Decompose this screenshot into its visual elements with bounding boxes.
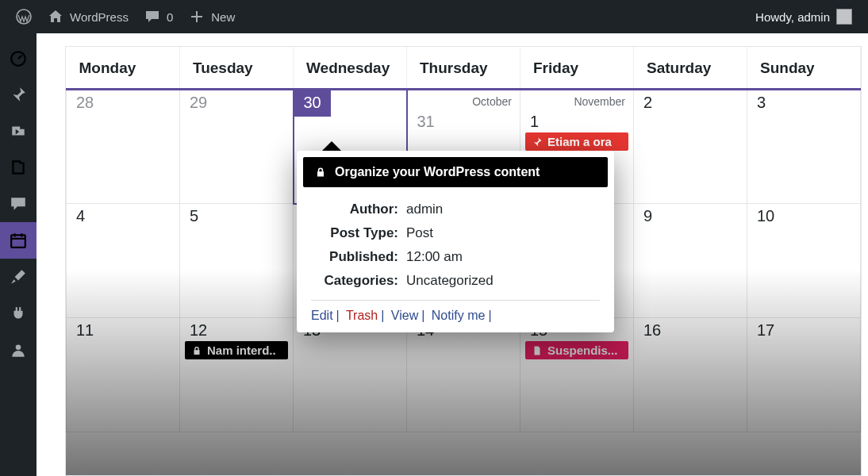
home-icon [48,9,63,25]
nav-calendar[interactable] [0,222,36,259]
day-number: 11 [67,318,179,340]
calendar-cell[interactable]: 29 [180,90,294,204]
calendar-cell[interactable]: 11 [67,318,180,432]
nav-posts[interactable] [0,76,36,113]
day-number: 1 [520,109,633,131]
published-value: 12:00 am [406,249,600,265]
calendar-cell[interactable]: 9 [634,204,747,318]
categories-label: Categories: [311,273,406,289]
calendar-cell[interactable]: 10 [747,204,861,318]
event-label: Nam interd.. [207,344,276,357]
greeting: Howdy, admin [755,10,830,24]
calendar-cell[interactable]: 3 [747,90,861,204]
wp-logo[interactable] [8,9,40,25]
nav-dashboard[interactable] [0,40,36,76]
day-number: 4 [67,204,179,225]
nav-media[interactable] [0,113,36,149]
day-header: Wednesday [294,47,407,90]
brush-icon [10,268,27,286]
comments-link[interactable]: 0 [136,9,181,25]
day-header: Monday [67,47,180,90]
type-value: Post [406,225,600,241]
popover-title: Organize your WordPress content [335,165,540,179]
day-header: Friday [520,47,634,90]
trash-link[interactable]: Trash [346,309,378,322]
gauge-icon [10,49,27,67]
plus-icon [189,9,205,25]
notify-link[interactable]: Notify me [432,309,486,322]
svg-point-1 [11,52,25,66]
view-link[interactable]: View [391,309,418,322]
day-header: Saturday [634,47,747,90]
comment-icon [10,195,27,213]
author-value: admin [406,202,600,217]
wordpress-icon [16,9,32,25]
nav-users[interactable] [0,332,36,368]
type-label: Post Type: [311,225,406,241]
calendar-cell[interactable]: 16 [634,318,747,432]
author-label: Author: [311,202,406,217]
day-number: 2 [634,90,747,112]
day-number: 30 [294,90,331,117]
plug-icon [10,305,27,322]
categories-value: Uncategorized [406,273,600,289]
new-label: New [211,10,235,24]
avatar [836,9,852,25]
svg-point-3 [16,344,21,350]
day-number: 16 [634,318,747,340]
nav-pages[interactable] [0,149,36,186]
day-number: 5 [180,204,293,225]
popover-actions: Edit| Trash| View| Notify me| [311,300,600,323]
day-number: 12 [180,318,293,340]
lock-icon [314,166,327,178]
event-label: Suspendis... [547,344,617,357]
month-label: October [408,90,520,109]
user-icon [10,341,27,359]
admin-sidenav [0,33,36,476]
calendar-cell[interactable]: 15Suspendis... [520,318,634,432]
edit-link[interactable]: Edit [311,309,333,322]
media-icon [10,122,27,140]
site-name: WordPress [70,10,129,24]
day-header: Tuesday [180,47,294,90]
calendar-cell[interactable]: 13 [294,318,407,432]
svg-rect-2 [11,235,25,247]
day-number: 29 [180,90,293,112]
calendar-cell[interactable]: 5 [180,204,294,318]
day-header: Thursday [407,47,520,90]
account-link[interactable]: Howdy, admin [747,9,860,25]
day-number: 3 [747,90,860,112]
nav-appearance[interactable] [0,259,36,295]
calendar-cell[interactable]: 14 [407,318,520,432]
month-label: November [520,90,633,109]
event-popover: Organize your WordPress content Author: … [297,151,614,332]
calendar-cell[interactable]: 12Nam interd.. [180,318,294,432]
calendar-cell[interactable]: 2 [634,90,747,204]
popover-details: Author: admin Post Type: Post Published:… [311,197,600,300]
nav-comments[interactable] [0,186,36,222]
calendar-event[interactable]: Etiam a ora [525,132,628,151]
published-label: Published: [311,249,406,265]
day-number: 31 [408,109,520,131]
calendar-event[interactable]: Nam interd.. [185,341,288,359]
pin-icon [10,86,27,103]
day-number: 17 [747,318,860,340]
calendar-event[interactable]: Suspendis... [525,341,628,359]
calendar-cell[interactable]: 28 [67,90,180,204]
calendar-icon [10,232,27,249]
day-number: 9 [634,204,747,225]
comments-count: 0 [167,10,173,24]
popover-title-bar: Organize your WordPress content [303,157,608,187]
calendar-cell[interactable]: 4 [67,204,180,318]
nav-plugins[interactable] [0,295,36,332]
event-label: Etiam a ora [547,135,612,148]
site-link[interactable]: WordPress [40,9,136,25]
day-number: 10 [747,204,860,225]
pages-icon [10,159,27,176]
calendar-cell[interactable]: 17 [747,318,861,432]
day-header: Sunday [747,47,861,90]
new-content-link[interactable]: New [181,9,243,25]
admin-bar: WordPress 0 New Howdy, admin [0,0,868,33]
day-number: 28 [67,90,179,112]
comment-icon [144,9,160,25]
